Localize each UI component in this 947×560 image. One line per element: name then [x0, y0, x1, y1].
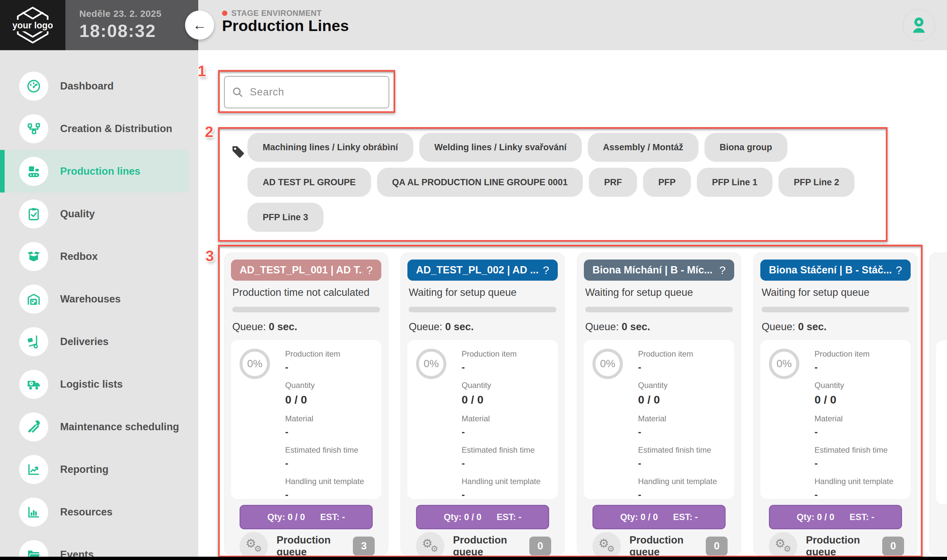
field-value: - — [814, 458, 903, 469]
field-label: Quantity — [285, 381, 373, 390]
field-value: - — [638, 362, 726, 373]
filter-chip[interactable]: Welding lines / Linky svařování — [419, 133, 582, 162]
field-label: Material — [461, 414, 550, 423]
sidebar-item-warehouses[interactable]: Warehouses — [0, 278, 198, 320]
field-label: Handling unit template — [814, 477, 903, 486]
help-icon[interactable]: ? — [896, 264, 902, 277]
sidebar-item-events[interactable]: Events — [0, 533, 198, 557]
help-icon[interactable]: ? — [543, 264, 549, 277]
filter-chip[interactable]: QA AL PRODUCTION LINE GROUPE 0001 — [377, 168, 583, 197]
card-title: AD_TEST_PL_002 | AD ... — [416, 264, 539, 276]
filter-chip[interactable]: PFP — [643, 168, 691, 197]
sidebar-item-creation-distribution[interactable]: Creation & Distribution — [0, 107, 198, 150]
production-line-card[interactable]: Biona Míchání | B - Míc... ? Waiting for… — [577, 252, 741, 556]
production-line-card[interactable]: Biona Stáčení | B - Stáč... ? Waiting fo… — [753, 252, 918, 556]
sidebar-item-redbox[interactable]: Redbox — [0, 235, 198, 278]
card-header[interactable]: Biona Míchání | B - Míc... ? — [584, 260, 734, 281]
field-label: Handling unit template — [461, 477, 550, 486]
est-segment: EST: - — [673, 512, 698, 522]
filter-chip[interactable]: PFP Line 1 — [697, 168, 773, 197]
est-value: - — [518, 512, 521, 522]
production-queue-row[interactable]: ⚙⚙ Production queue 0 — [416, 532, 551, 556]
sidebar-item-reporting[interactable]: Reporting — [0, 448, 198, 491]
qty-est-button[interactable]: Qty: 0 / 0 EST: - — [416, 505, 549, 529]
back-button[interactable]: ← — [185, 11, 214, 40]
help-icon[interactable]: ? — [719, 264, 726, 277]
qty-est-button[interactable]: Qty: 0 / 0 EST: - — [239, 505, 373, 529]
field-label: Production item — [461, 349, 550, 358]
field-handling-unit-template: Handling unit template - — [461, 477, 550, 499]
filter-chip-list: Machining lines / Linky obrábìní Welding… — [247, 133, 881, 232]
filter-chip[interactable]: PFP Line 2 — [779, 168, 854, 197]
filter-chip[interactable]: Machining lines / Linky obrábìní — [247, 133, 413, 162]
qty-est-button[interactable]: Qty: 0 / 0 EST: - — [769, 505, 902, 529]
sidebar-item-label: Warehouses — [60, 293, 120, 305]
qty-segment: Qty: 0 / 0 — [444, 512, 481, 522]
sidebar-item-logistic-lists[interactable]: Logistic lists — [0, 363, 198, 405]
est-value: - — [342, 512, 345, 522]
user-avatar[interactable] — [903, 9, 935, 41]
progress-bar — [232, 307, 380, 312]
field-value: - — [638, 458, 726, 469]
filter-chip[interactable]: Biona group — [705, 133, 787, 162]
field-estimated-finish-time: Estimated finish time - — [638, 445, 726, 469]
card-details: 0% Production item - Quantity 0 / 0 Mate… — [407, 340, 558, 499]
queue-label: Queue: — [232, 321, 266, 332]
sidebar-icon-circle — [19, 157, 48, 186]
filter-section: Machining lines / Linky obrábìní Welding… — [220, 129, 886, 240]
app-logo[interactable]: your logo — [0, 0, 65, 50]
sidebar-item-label: Creation & Distribution — [60, 123, 172, 135]
bar-chart-icon — [26, 505, 41, 520]
queue-count-badge: 0 — [706, 537, 728, 556]
open-box-icon — [26, 249, 41, 264]
sidebar-item-label: Redbox — [60, 251, 98, 263]
queue-count-badge: 0 — [529, 537, 551, 556]
filter-chip[interactable]: Assembly / Montáž — [588, 133, 699, 162]
sidebar-icon-circle — [19, 285, 48, 314]
sidebar-icon-circle — [19, 114, 48, 143]
help-icon[interactable]: ? — [366, 264, 373, 277]
filter-chip[interactable]: AD TEST PL GROUPE — [247, 168, 371, 197]
field-value: - — [461, 362, 550, 373]
qty-value: 0 / 0 — [640, 512, 658, 522]
qty-segment: Qty: 0 / 0 — [267, 512, 305, 522]
card-header[interactable]: Biona Stáčení | B - Stáč... ? — [760, 260, 911, 281]
annotation-number-2: 2 — [205, 123, 213, 141]
field-material: Material - — [461, 414, 550, 437]
qty-segment: Qty: 0 / 0 — [620, 512, 658, 522]
field-value: - — [814, 362, 903, 373]
est-label: EST: — [673, 512, 693, 522]
gauge-icon — [26, 78, 41, 94]
partial-card[interactable] — [929, 252, 947, 556]
card-header[interactable]: AD_TEST_PL_001 | AD T... ? — [231, 260, 381, 281]
production-queue-label: Production queue — [276, 534, 353, 556]
detail-fields: Production item - Quantity 0 / 0 Materia… — [461, 349, 550, 499]
search-input[interactable] — [224, 76, 389, 108]
field-label: Production item — [285, 349, 373, 358]
sidebar-item-production-lines[interactable]: Production lines — [0, 150, 189, 192]
production-line-card[interactable]: AD_TEST_PL_002 | AD ... ? Waiting for se… — [401, 252, 565, 556]
card-body: AD_TEST_PL_001 | AD T... ? Production ti… — [224, 260, 388, 504]
sidebar-item-resources[interactable]: Resources — [0, 491, 198, 533]
field-label: Estimated finish time — [638, 445, 726, 455]
sidebar-item-maintenance-scheduling[interactable]: Maintenance scheduling — [0, 405, 198, 448]
field-value: - — [285, 458, 373, 469]
production-queue-row[interactable]: ⚙⚙ Production queue 0 — [769, 532, 904, 556]
queue-line: Queue: 0 sec. — [409, 321, 557, 333]
sidebar-item-quality[interactable]: Quality — [0, 192, 198, 235]
field-quantity: Quantity 0 / 0 — [814, 381, 903, 406]
production-queue-row[interactable]: ⚙⚙ Production queue 3 — [239, 532, 375, 556]
card-header[interactable]: AD_TEST_PL_002 | AD ... ? — [407, 260, 558, 281]
progress-percent: 0% — [776, 358, 792, 370]
card-details: 0% Production item - Quantity 0 / 0 Mate… — [584, 340, 734, 499]
filter-chip[interactable]: PFP Line 3 — [247, 203, 324, 232]
datetime-block: Neděle 23. 2. 2025 18:08:32 — [65, 0, 198, 50]
production-line-card[interactable]: AD_TEST_PL_001 | AD T... ? Production ti… — [224, 252, 388, 556]
field-label: Estimated finish time — [285, 445, 373, 455]
filter-chip[interactable]: PRF — [589, 168, 637, 197]
sidebar-icon-circle — [19, 72, 48, 101]
qty-est-button[interactable]: Qty: 0 / 0 EST: - — [592, 505, 726, 529]
sidebar-item-dashboard[interactable]: Dashboard — [0, 65, 198, 107]
sidebar-item-deliveries[interactable]: Deliveries — [0, 320, 198, 363]
production-queue-row[interactable]: ⚙⚙ Production queue 0 — [592, 532, 728, 556]
